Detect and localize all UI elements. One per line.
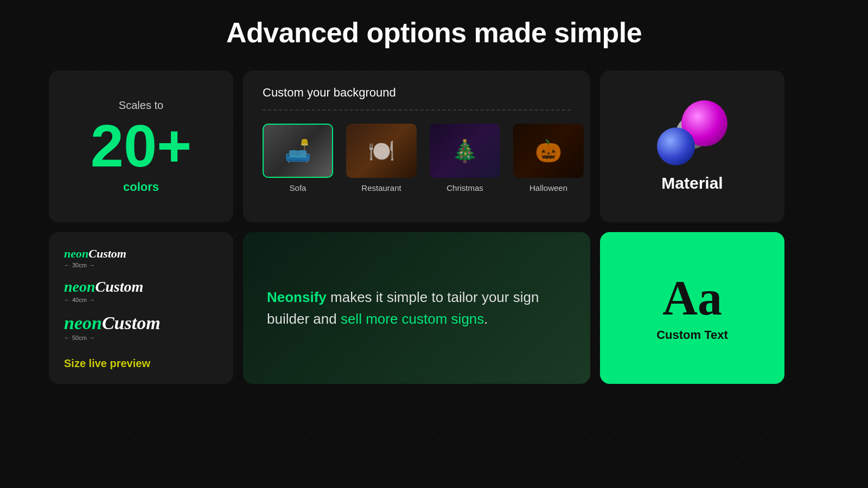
material-spheres (657, 100, 727, 165)
arrow-right-lg: → (89, 335, 95, 341)
material-label: Material (661, 174, 723, 192)
bg-label-restaurant: Restaurant (361, 183, 401, 192)
bg-option-sofa[interactable]: Sofa (263, 124, 333, 192)
arrow-left-sm: ← (64, 262, 70, 268)
bg-image-christmas (430, 124, 500, 178)
bg-image-sofa (263, 124, 333, 178)
sphere-blue (657, 127, 695, 165)
neonsify-brand: Neonsify (267, 289, 327, 305)
size-live-label: Size live preview (64, 357, 218, 370)
feature-grid: Scales to 20+ colors Custom your backgro… (49, 70, 819, 384)
bg-image-halloween (513, 124, 584, 178)
neon-text-lg: neonCustom (64, 313, 218, 333)
custom-text-aa: Aa (662, 274, 722, 323)
size-label-lg: 50cm (72, 335, 87, 341)
neon-row-sm: neonCustom ← 30cm → (64, 247, 218, 268)
neonsify-description: Neonsify makes it simple to tailor your … (267, 286, 566, 330)
arrow-right-md: → (89, 297, 95, 303)
card-size: neonCustom ← 30cm → neonCustom ← 40cm → (49, 232, 233, 384)
arrow-left-md: ← (64, 297, 70, 303)
page-title: Advanced options made simple (226, 16, 642, 49)
neon-text-sm: neonCustom (64, 247, 218, 261)
bg-option-restaurant[interactable]: Restaurant (346, 124, 417, 192)
neon-row-md: neonCustom ← 40cm → (64, 278, 218, 303)
scales-colors: colors (123, 180, 159, 194)
bg-option-halloween[interactable]: Halloween (513, 124, 584, 192)
bg-divider (263, 110, 571, 111)
scales-number: 20+ (91, 116, 192, 176)
size-arrow-sm: ← 30cm → (64, 262, 218, 268)
neon-row-lg: neonCustom ← 50cm → (64, 313, 218, 341)
size-arrow-md: ← 40cm → (64, 297, 218, 303)
neonsify-cta: sell more custom signs (341, 311, 484, 327)
card-scales: Scales to 20+ colors (49, 70, 233, 222)
card-background: Custom your background Sofa Restaurant C… (243, 70, 590, 222)
card-bg-title: Custom your background (263, 86, 571, 100)
bg-options: Sofa Restaurant Christmas Halloween (263, 124, 571, 192)
custom-text-label: Custom Text (656, 328, 728, 342)
card-custom-text: Aa Custom Text (600, 232, 784, 384)
scales-label: Scales to (119, 99, 163, 112)
arrow-right-sm: → (89, 262, 95, 268)
size-arrow-lg: ← 50cm → (64, 335, 218, 341)
bg-label-sofa: Sofa (290, 183, 307, 192)
card-material: Material (600, 70, 784, 222)
arrow-left-lg: ← (64, 335, 70, 341)
card-neonsify: Neonsify makes it simple to tailor your … (243, 232, 590, 384)
size-label-md: 40cm (72, 297, 87, 303)
neonsify-period: . (484, 311, 488, 327)
size-label-sm: 30cm (72, 262, 87, 268)
bg-label-christmas: Christmas (446, 183, 483, 192)
bg-label-halloween: Halloween (529, 183, 567, 192)
bg-image-restaurant (346, 124, 417, 178)
bg-option-christmas[interactable]: Christmas (430, 124, 500, 192)
neon-text-md: neonCustom (64, 278, 218, 296)
